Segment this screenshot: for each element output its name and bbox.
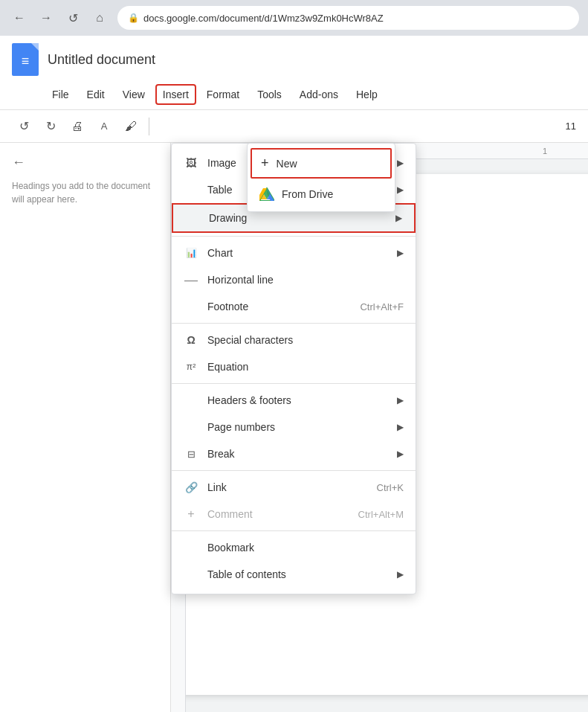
new-label: New xyxy=(277,158,297,170)
headers-footers-label: Headers & footers xyxy=(207,394,388,406)
logo-inner: ≡ xyxy=(22,54,30,69)
headers-footers-icon xyxy=(184,393,198,408)
main-area: ← Headings you add to the document will … xyxy=(0,143,588,712)
menu-section-chart: 📊 Chart ▶ — Horizontal line Footnote Ctr… xyxy=(172,237,416,324)
home-button[interactable]: ⌂ xyxy=(89,7,110,28)
title-row: ≡ Untitled document xyxy=(0,36,588,79)
page-numbers-icon xyxy=(184,420,198,434)
table-arrow: ▶ xyxy=(397,185,404,195)
special-chars-icon: Ω xyxy=(184,333,198,347)
menu-item-comment: + Comment Ctrl+Alt+M xyxy=(172,501,416,527)
address-bar[interactable]: 🔒 docs.google.com/document/d/1Wmz3w9Zmk0… xyxy=(117,6,579,30)
print-button[interactable]: 🖨 xyxy=(65,115,89,138)
menu-tools[interactable]: Tools xyxy=(250,84,289,105)
chart-label: Chart xyxy=(207,247,388,259)
doc-title: Untitled document xyxy=(48,52,155,68)
comment-icon: + xyxy=(184,507,198,522)
drawing-arrow: ▶ xyxy=(395,213,402,223)
drawing-label: Drawing xyxy=(209,212,387,224)
headers-footers-arrow: ▶ xyxy=(397,395,404,405)
link-label: Link xyxy=(207,481,368,493)
menu-section-headers: Headers & footers ▶ Page numbers ▶ ⊟ Bre… xyxy=(172,384,416,471)
image-icon: 🖼 xyxy=(184,155,198,170)
link-icon: 🔗 xyxy=(184,480,198,495)
lock-icon: 🔒 xyxy=(128,13,139,23)
menu-view[interactable]: View xyxy=(115,84,152,105)
page-numbers-arrow: ▶ xyxy=(397,422,404,432)
table-icon xyxy=(184,182,198,197)
break-arrow: ▶ xyxy=(397,449,404,459)
menu-item-footnote[interactable]: Footnote Ctrl+Alt+F xyxy=(172,293,416,320)
redo-button[interactable]: ↻ xyxy=(39,115,62,138)
menu-section-special: Ω Special characters π² Equation xyxy=(172,324,416,384)
submenu-item-new[interactable]: + New xyxy=(251,148,392,179)
toolbar-divider xyxy=(149,118,149,135)
drive-icon xyxy=(259,187,274,201)
equation-label: Equation xyxy=(207,361,404,373)
menu-item-toc[interactable]: Table of contents ▶ xyxy=(172,561,416,588)
toolbar: ↺ ↻ 🖨 A 🖌 11 xyxy=(0,110,588,143)
nav-icons: ← → ↺ ⌂ xyxy=(9,7,110,28)
link-shortcut: Ctrl+K xyxy=(377,482,404,493)
bookmark-label: Bookmark xyxy=(207,542,404,554)
undo-button[interactable]: ↺ xyxy=(12,115,36,138)
menu-item-special-chars[interactable]: Ω Special characters xyxy=(172,327,416,353)
menu-item-equation[interactable]: π² Equation xyxy=(172,353,416,380)
chart-arrow: ▶ xyxy=(397,248,404,258)
browser-bar: ← → ↺ ⌂ 🔒 docs.google.com/document/d/1Wm… xyxy=(0,0,588,36)
page-numbers-label: Page numbers xyxy=(207,421,388,433)
drawing-submenu: + New xyxy=(247,143,395,212)
image-arrow: ▶ xyxy=(397,158,404,168)
special-chars-label: Special characters xyxy=(207,334,404,346)
hline-icon: — xyxy=(184,272,198,287)
menu-item-page-numbers[interactable]: Page numbers ▶ xyxy=(172,414,416,440)
ruler-number: 1 xyxy=(543,147,547,155)
chart-icon: 📊 xyxy=(184,246,198,260)
menu-edit[interactable]: Edit xyxy=(80,84,112,105)
back-button[interactable]: ← xyxy=(9,7,30,28)
comment-label: Comment xyxy=(207,508,349,520)
break-icon: ⊟ xyxy=(184,446,198,461)
menu-item-headers-footers[interactable]: Headers & footers ▶ xyxy=(172,387,416,414)
forward-button[interactable]: → xyxy=(36,7,56,28)
menu-help[interactable]: Help xyxy=(349,84,385,105)
hline-label: Horizontal line xyxy=(207,274,404,286)
plus-icon: + xyxy=(261,155,269,171)
menu-section-bookmark: Bookmark Table of contents ▶ xyxy=(172,531,416,591)
footnote-shortcut: Ctrl+Alt+F xyxy=(360,301,404,312)
sidebar-back-button[interactable]: ← xyxy=(12,155,158,170)
comment-shortcut: Ctrl+Alt+M xyxy=(358,509,404,520)
reload-button[interactable]: ↺ xyxy=(62,7,83,28)
footnote-icon xyxy=(184,299,198,314)
paintformat-button[interactable]: 🖌 xyxy=(119,115,143,138)
submenu-item-from-drive[interactable]: From Drive xyxy=(248,180,395,208)
toc-label: Table of contents xyxy=(207,568,388,580)
menu-section-link: 🔗 Link Ctrl+K + Comment Ctrl+Alt+M xyxy=(172,471,416,531)
from-drive-label: From Drive xyxy=(282,188,333,200)
menu-format[interactable]: Format xyxy=(199,84,247,105)
drawing-icon xyxy=(185,211,200,225)
sidebar: ← Headings you add to the document will … xyxy=(0,143,171,712)
menu-file[interactable]: File xyxy=(45,84,77,105)
menu-item-break[interactable]: ⊟ Break ▶ xyxy=(172,440,416,467)
toc-arrow: ▶ xyxy=(397,569,404,580)
menu-item-hline[interactable]: — Horizontal line xyxy=(172,266,416,293)
menu-item-link[interactable]: 🔗 Link Ctrl+K xyxy=(172,474,416,501)
menu-addons[interactable]: Add-ons xyxy=(292,84,346,105)
toc-icon xyxy=(184,567,198,582)
bookmark-icon xyxy=(184,540,198,555)
app-header: ≡ Untitled document File Edit View Inser… xyxy=(0,36,588,110)
menu-insert[interactable]: Insert xyxy=(155,84,196,105)
docs-logo: ≡ xyxy=(12,43,39,76)
equation-icon: π² xyxy=(184,359,198,374)
font-size: 11 xyxy=(566,121,576,132)
spellcheck-button[interactable]: A xyxy=(92,115,116,138)
menu-bar: File Edit View Insert Format Tools Add-o… xyxy=(0,79,588,109)
break-label: Break xyxy=(207,448,388,460)
menu-item-chart[interactable]: 📊 Chart ▶ xyxy=(172,240,416,266)
sidebar-hint: Headings you add to the document will ap… xyxy=(12,179,158,206)
menu-item-bookmark[interactable]: Bookmark xyxy=(172,534,416,561)
url-text: docs.google.com/document/d/1Wmz3w9Zmk0Hc… xyxy=(143,13,384,24)
footnote-label: Footnote xyxy=(207,301,351,312)
